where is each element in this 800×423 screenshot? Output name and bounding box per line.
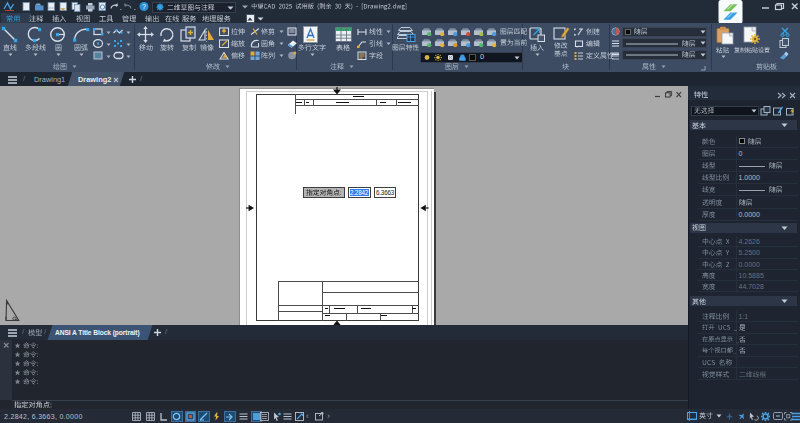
svg-text:?: ? [142,3,146,10]
